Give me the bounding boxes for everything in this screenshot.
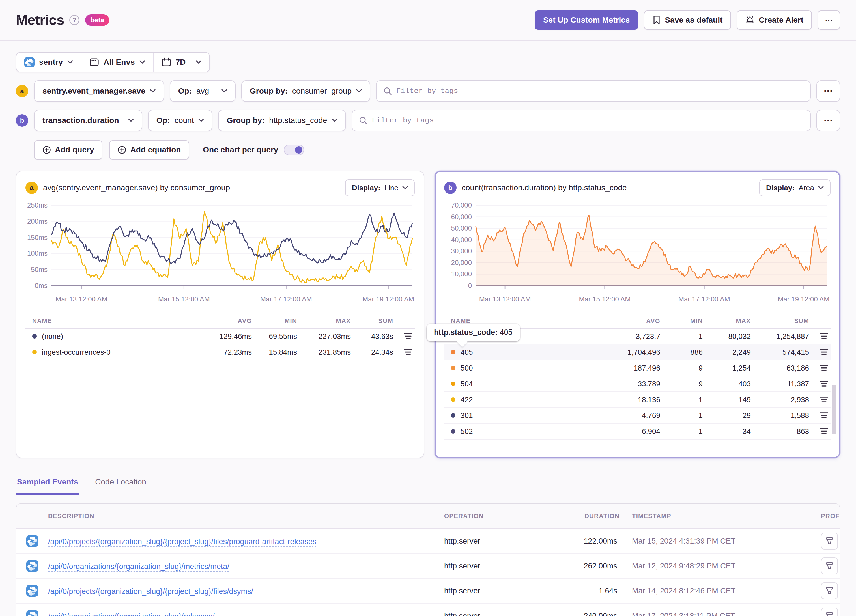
series-color-dot bbox=[451, 366, 456, 370]
legend-column-header: MAX bbox=[703, 317, 751, 325]
series-color-dot bbox=[32, 334, 37, 339]
series-avg: 187.496 bbox=[593, 364, 660, 373]
svg-text:Mar 15 12:00 AM: Mar 15 12:00 AM bbox=[579, 295, 631, 303]
create-alert-button[interactable]: Create Alert bbox=[737, 11, 812, 30]
series-options-icon[interactable] bbox=[809, 396, 831, 403]
svg-text:20,000: 20,000 bbox=[451, 259, 472, 266]
one-chart-per-query-label: One chart per query bbox=[203, 145, 278, 154]
series-avg: 6.904 bbox=[593, 427, 660, 436]
legend-row[interactable]: 500187.49691,25463,186 bbox=[444, 360, 831, 376]
series-avg: 1,704.496 bbox=[593, 348, 660, 357]
event-description-link[interactable]: /api/0/projects/{organization_slug}/{pro… bbox=[48, 537, 317, 546]
event-operation: http.server bbox=[444, 612, 552, 616]
profile-button[interactable] bbox=[821, 533, 838, 550]
tag-filter-input-a[interactable] bbox=[396, 87, 804, 95]
event-row: /api/0/projects/{organization_slug}/{pro… bbox=[16, 529, 840, 554]
event-timestamp: Mar 12, 2024 9:48:29 PM CET bbox=[619, 562, 789, 570]
legend-row[interactable]: ingest-occurrences-072.23ms15.84ms231.85… bbox=[25, 345, 415, 360]
tag-filter-b[interactable] bbox=[352, 110, 811, 131]
op-select-b[interactable]: Op: count bbox=[148, 110, 213, 131]
series-options-icon[interactable] bbox=[809, 428, 831, 435]
add-equation-button[interactable]: Add equation bbox=[109, 140, 189, 160]
series-options-icon[interactable] bbox=[809, 333, 831, 340]
area-chart-b[interactable]: 010,00020,00030,00040,00050,00060,00070,… bbox=[444, 200, 831, 308]
environment-selector[interactable]: All Envs bbox=[81, 52, 153, 72]
python-platform-icon bbox=[16, 535, 48, 547]
series-name: (none) bbox=[42, 332, 63, 341]
sampled-events-table: DESCRIPTIONOPERATIONDURATIONTIMESTAMPPRO… bbox=[16, 504, 840, 616]
help-icon[interactable]: ? bbox=[69, 15, 80, 25]
query-more-button-b[interactable]: ⋯ bbox=[816, 110, 840, 131]
legend-row[interactable]: 50433.789940311,387 bbox=[444, 376, 831, 392]
svg-text:30,000: 30,000 bbox=[451, 247, 472, 255]
legend-row[interactable]: (none)129.46ms69.55ms227.03ms43.63s bbox=[25, 329, 415, 345]
legend-scrollbar[interactable] bbox=[832, 385, 836, 434]
add-query-button[interactable]: Add query bbox=[34, 140, 102, 160]
series-options-icon[interactable] bbox=[809, 380, 831, 387]
events-column-header: PROFILE bbox=[789, 513, 840, 520]
legend-row[interactable]: 42218.13611492,938 bbox=[444, 392, 831, 408]
chevron-down-icon bbox=[128, 119, 134, 122]
op-select-a[interactable]: Op: avg bbox=[170, 80, 236, 102]
tab-sampled-events[interactable]: Sampled Events bbox=[16, 474, 79, 495]
profile-button[interactable] bbox=[821, 582, 838, 599]
event-description-link[interactable]: /api/0/organizations/{organization_slug}… bbox=[48, 612, 214, 616]
tag-filter-input-b[interactable] bbox=[372, 116, 804, 125]
chevron-down-icon bbox=[140, 60, 145, 64]
chart-letter-badge-b: b bbox=[444, 182, 457, 194]
project-selector[interactable]: sentry bbox=[16, 52, 81, 72]
svg-text:70,000: 70,000 bbox=[451, 202, 472, 209]
profile-button[interactable] bbox=[821, 557, 838, 574]
one-chart-per-query-toggle[interactable] bbox=[284, 145, 304, 155]
svg-text:0ms: 0ms bbox=[35, 282, 48, 290]
display-mode-select-b[interactable]: Display: Area bbox=[759, 179, 831, 196]
metric-select-a[interactable]: sentry.event_manager.save bbox=[34, 80, 164, 102]
setup-custom-metrics-button[interactable]: Set Up Custom Metrics bbox=[535, 11, 639, 30]
event-timestamp: Mar 15, 2024 4:31:39 PM CET bbox=[619, 537, 789, 545]
python-platform-icon bbox=[16, 560, 48, 572]
profile-button[interactable] bbox=[821, 608, 838, 616]
events-column-header: TIMESTAMP bbox=[619, 513, 789, 520]
series-min: 69.55ms bbox=[252, 332, 297, 341]
series-sum: 11,387 bbox=[751, 380, 809, 388]
series-sum: 43.63s bbox=[351, 332, 393, 341]
groupby-select-a[interactable]: Group by: consumer_group bbox=[241, 80, 370, 102]
svg-text:50ms: 50ms bbox=[31, 266, 48, 273]
event-description-link[interactable]: /api/0/organizations/{organization_slug}… bbox=[48, 562, 229, 571]
tab-code-location[interactable]: Code Location bbox=[94, 474, 147, 495]
event-description-link[interactable]: /api/0/projects/{organization_slug}/{pro… bbox=[48, 587, 253, 596]
display-mode-select-a[interactable]: Display: Line bbox=[345, 179, 415, 196]
series-max: 29 bbox=[703, 411, 751, 420]
beta-badge: beta bbox=[85, 14, 109, 26]
metric-select-b[interactable]: transaction.duration bbox=[34, 110, 142, 131]
legend-row[interactable]: 4051,704.4968862,249574,415 bbox=[444, 345, 831, 360]
series-options-icon[interactable] bbox=[393, 333, 415, 340]
legend-column-header: MAX bbox=[297, 317, 351, 325]
chart-panel-b[interactable]: b count(transaction.duration) by http.st… bbox=[434, 171, 840, 458]
date-range-selector[interactable]: 7D bbox=[153, 52, 209, 72]
series-options-icon[interactable] bbox=[809, 349, 831, 356]
chevron-down-icon bbox=[402, 186, 408, 190]
series-avg: 18.136 bbox=[593, 396, 660, 404]
chart-panel-a[interactable]: a avg(sentry.event_manager.save) by cons… bbox=[16, 171, 424, 458]
series-options-icon[interactable] bbox=[809, 365, 831, 371]
series-options-icon[interactable] bbox=[393, 349, 415, 356]
legend-row[interactable]: 5026.904134863 bbox=[444, 424, 831, 439]
save-as-default-button[interactable]: Save as default bbox=[644, 11, 731, 30]
chevron-down-icon bbox=[67, 60, 73, 64]
series-options-icon[interactable] bbox=[809, 412, 831, 419]
query-letter-badge-b: b bbox=[16, 114, 28, 127]
query-actions-row: Add query Add equation One chart per que… bbox=[16, 140, 840, 160]
series-color-dot bbox=[451, 382, 456, 386]
line-chart-a[interactable]: 0ms50ms100ms150ms200ms250msMar 13 12:00 … bbox=[25, 200, 415, 308]
environment-selector-label: All Envs bbox=[103, 58, 135, 67]
series-sum: 1,588 bbox=[751, 411, 809, 420]
groupby-select-b[interactable]: Group by: http.status_code bbox=[218, 110, 346, 131]
legend-row[interactable]: 3014.7691291,588 bbox=[444, 408, 831, 424]
tag-filter-a[interactable] bbox=[376, 80, 811, 102]
svg-text:10,000: 10,000 bbox=[451, 270, 472, 278]
chart-title-b: count(transaction.duration) by http.stat… bbox=[462, 183, 627, 192]
events-column-header: OPERATION bbox=[444, 513, 552, 520]
query-more-button-a[interactable]: ⋯ bbox=[816, 80, 840, 102]
header-more-button[interactable]: ⋯ bbox=[818, 11, 840, 30]
